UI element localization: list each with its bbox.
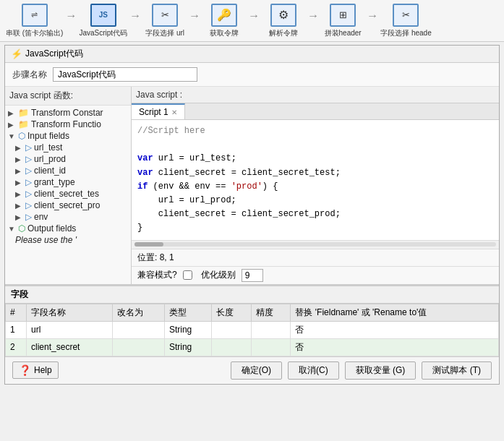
code-line-if: if (env && env == 'prod') { — [137, 180, 493, 194]
item-label: client_secret_tes — [34, 189, 99, 199]
expand-icon: ▶ — [15, 202, 25, 210]
item-label: url_prod — [34, 154, 66, 164]
tree-item-transform-functio[interactable]: ▶ 📁 Transform Functio — [5, 119, 131, 130]
var-icon: ▷ — [25, 200, 32, 210]
cell-replace: 否 — [291, 338, 499, 356]
compat-row: 兼容模式? 优化级别 — [132, 266, 499, 284]
col-header-name: 字段名称 — [27, 304, 113, 321]
test-script-button[interactable]: 测试脚本 (T) — [422, 361, 492, 380]
node-icon-7: ✂ — [393, 4, 419, 27]
item-label: grant_type — [34, 177, 75, 187]
cell-type: String — [164, 338, 211, 356]
tab-label: Script 1 — [139, 107, 168, 117]
cancel-button[interactable]: 取消(C) — [288, 361, 339, 380]
arrow-5: → — [307, 9, 319, 33]
compat-label: 兼容模式? — [137, 269, 177, 281]
pipeline-node-7[interactable]: ✂ 字段选择 heade — [380, 4, 432, 38]
tree-area[interactable]: ▶ 📁 Transform Constar ▶ 📁 Transform Func… — [5, 106, 131, 284]
table-row[interactable]: 1 url String 否 — [6, 321, 499, 338]
tree-item-client-secret-pro[interactable]: ▶ ▷ client_secret_pro — [5, 200, 131, 211]
var-icon: ▷ — [25, 212, 32, 222]
code-line-var-client-secret: var client_secret = client_secret_test; — [137, 166, 493, 180]
tree-item-output-fields-root[interactable]: ▼ ⬡ Output fields — [5, 223, 131, 234]
node-icon-3: ✂ — [152, 4, 178, 27]
tree-item-client-id[interactable]: ▶ ▷ client_id — [5, 165, 131, 176]
editor-scrollbar[interactable] — [132, 240, 499, 249]
item-label: env — [34, 212, 48, 222]
tree-item-please-use: Please use the ' — [5, 234, 131, 246]
code-line-close-brace: } — [137, 221, 493, 235]
var-icon: ▷ — [25, 166, 32, 176]
dialog-title-bar: ⚡ JavaScript代码 — [5, 46, 499, 63]
pipeline-node-3[interactable]: ✂ 字段选择 url — [143, 4, 187, 38]
arrow-3: → — [189, 9, 200, 33]
main-dialog: ⚡ JavaScript代码 步骤名称 Java script 函数: ▶ 📁 … — [4, 45, 500, 385]
item-label: url_test — [34, 142, 62, 153]
node-label-5: 解析令牌 — [269, 28, 298, 38]
step-name-input[interactable] — [53, 67, 197, 82]
expand-icon: ▶ — [8, 121, 18, 129]
cell-type: String — [164, 321, 211, 338]
expand-icon: ▼ — [8, 225, 18, 233]
get-vars-button[interactable]: 获取变量 (G) — [345, 361, 417, 380]
bottom-bar: ❓ Help 确定(O) 取消(C) 获取变量 (G) 测试脚本 (T) — [5, 356, 499, 384]
code-line-var-url: var url = url_test; — [137, 152, 493, 166]
editor-tab-script1[interactable]: Script 1 ✕ — [132, 103, 185, 119]
right-panel-header: Java script : — [132, 87, 499, 103]
tree-item-url-test[interactable]: ▶ ▷ url_test — [5, 142, 131, 153]
col-header-length: 长度 — [212, 304, 252, 321]
cell-length — [212, 321, 252, 338]
cell-precision — [251, 338, 291, 356]
input-fields-icon: ⬡ — [18, 131, 25, 141]
tree-item-client-secret-tes[interactable]: ▶ ▷ client_secret_tes — [5, 188, 131, 200]
folder-icon: 📁 — [18, 119, 29, 129]
left-panel-header: Java script 函数: — [5, 87, 131, 106]
code-line-client-secret-prod: client_secret = client_secret_prod; — [137, 207, 493, 221]
editor-tabs: Script 1 ✕ — [132, 103, 499, 120]
confirm-button[interactable]: 确定(O) — [231, 361, 282, 380]
cell-num: 2 — [6, 338, 27, 356]
right-panel: Java script : Script 1 ✕ //Script here v… — [132, 87, 499, 284]
cursor-position: 位置: 8, 1 — [137, 252, 174, 264]
tree-item-url-prod[interactable]: ▶ ▷ url_prod — [5, 153, 131, 165]
help-label: Help — [34, 365, 52, 375]
arrow-6: → — [367, 9, 378, 33]
scrollbar-thumb[interactable] — [134, 242, 163, 247]
folder-icon: 📁 — [18, 108, 29, 118]
optimize-input[interactable] — [242, 269, 263, 282]
cell-length — [212, 338, 252, 356]
node-icon-1: ⇌ — [22, 4, 48, 27]
node-icon-6: ⊞ — [330, 4, 356, 27]
output-fields-icon: ⬡ — [18, 223, 25, 234]
code-line-url-prod: url = url_prod; — [137, 194, 493, 207]
pipeline-node-4[interactable]: 🔑 获取令牌 — [202, 4, 246, 38]
node-label-6: 拼装header — [325, 28, 362, 38]
step-name-row: 步骤名称 — [5, 63, 499, 87]
col-header-replace: 替换 'Fieldname' 或 'Rename to'值 — [291, 304, 499, 321]
step-name-label: 步骤名称 — [12, 69, 47, 81]
tree-item-env[interactable]: ▶ ▷ env — [5, 211, 131, 223]
table-row[interactable]: 2 client_secret String 否 — [6, 338, 499, 356]
pipeline-node-5[interactable]: ⚙ 解析令牌 — [262, 4, 305, 38]
tree-item-grant-type[interactable]: ▶ ▷ grant_type — [5, 176, 131, 188]
pipeline-node-1[interactable]: ⇌ 串联 (笛卡尔输出) — [6, 4, 63, 38]
help-button[interactable]: ❓ Help — [12, 361, 59, 379]
var-icon: ▷ — [25, 189, 32, 199]
expand-icon: ▶ — [15, 179, 25, 187]
node-label-3: 字段选择 url — [145, 28, 184, 38]
code-area[interactable]: //Script here var url = url_test; var cl… — [132, 120, 499, 240]
node-icon-5: ⚙ — [270, 4, 296, 27]
col-header-type: 类型 — [164, 304, 211, 321]
pipeline-node-2[interactable]: JS JavaScript代码 — [79, 4, 127, 38]
tab-close-icon[interactable]: ✕ — [171, 108, 177, 116]
tree-item-input-fields-root[interactable]: ▼ ⬡ Input fields — [5, 130, 131, 142]
cell-name: client_secret — [27, 338, 113, 356]
expand-icon: ▶ — [15, 167, 25, 175]
var-icon: ▷ — [25, 142, 32, 153]
node-label-7: 字段选择 heade — [380, 28, 432, 38]
compat-checkbox[interactable] — [183, 270, 192, 280]
cell-precision — [251, 321, 291, 338]
pipeline-node-6[interactable]: ⊞ 拼装header — [321, 4, 364, 38]
tree-item-transform-constar[interactable]: ▶ 📁 Transform Constar — [5, 107, 131, 119]
code-line-comment: //Script here — [137, 124, 493, 138]
